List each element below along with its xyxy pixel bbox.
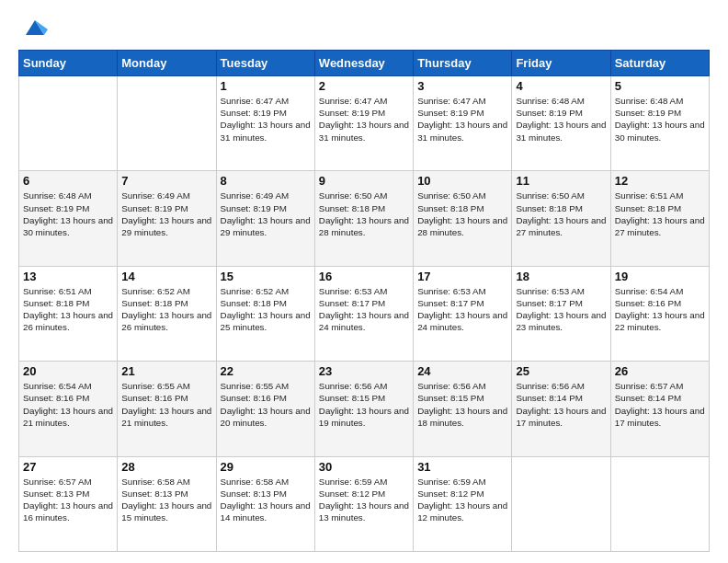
day-number: 11 [516, 174, 606, 188]
day-number: 18 [516, 270, 606, 283]
calendar-cell: 27Sunrise: 6:57 AM Sunset: 8:13 PM Dayli… [19, 456, 118, 551]
day-info: Sunrise: 6:47 AM Sunset: 8:19 PM Dayligh… [221, 95, 311, 144]
day-info: Sunrise: 6:51 AM Sunset: 8:18 PM Dayligh… [23, 285, 113, 334]
day-number: 20 [23, 364, 113, 378]
calendar-cell: 15Sunrise: 6:52 AM Sunset: 8:18 PM Dayli… [216, 266, 314, 361]
day-number: 23 [319, 364, 409, 378]
calendar-cell: 3Sunrise: 6:47 AM Sunset: 8:19 PM Daylig… [414, 76, 512, 171]
day-number: 9 [319, 174, 409, 188]
calendar-cell [19, 76, 118, 171]
calendar-cell: 24Sunrise: 6:56 AM Sunset: 8:15 PM Dayli… [414, 362, 512, 456]
day-number: 1 [221, 79, 311, 93]
day-info: Sunrise: 6:54 AM Sunset: 8:16 PM Dayligh… [615, 285, 705, 334]
calendar-cell: 1Sunrise: 6:47 AM Sunset: 8:19 PM Daylig… [216, 76, 314, 171]
day-info: Sunrise: 6:57 AM Sunset: 8:14 PM Dayligh… [615, 380, 705, 429]
calendar-cell: 29Sunrise: 6:58 AM Sunset: 8:13 PM Dayli… [216, 456, 314, 551]
day-number: 10 [417, 174, 507, 188]
day-info: Sunrise: 6:48 AM Sunset: 8:19 PM Dayligh… [516, 95, 606, 144]
weekday-header-thursday: Thursday [414, 51, 512, 76]
day-info: Sunrise: 6:50 AM Sunset: 8:18 PM Dayligh… [417, 190, 507, 238]
day-info: Sunrise: 6:51 AM Sunset: 8:18 PM Dayligh… [615, 190, 705, 238]
calendar-cell: 5Sunrise: 6:48 AM Sunset: 8:19 PM Daylig… [610, 76, 709, 171]
calendar-cell: 16Sunrise: 6:53 AM Sunset: 8:17 PM Dayli… [314, 266, 413, 361]
calendar-body: 1Sunrise: 6:47 AM Sunset: 8:19 PM Daylig… [19, 76, 710, 552]
calendar-cell: 26Sunrise: 6:57 AM Sunset: 8:14 PM Dayli… [610, 362, 709, 456]
day-info: Sunrise: 6:52 AM Sunset: 8:18 PM Dayligh… [121, 285, 211, 334]
day-info: Sunrise: 6:53 AM Sunset: 8:17 PM Dayligh… [319, 285, 409, 334]
day-number: 16 [319, 270, 409, 283]
calendar-cell: 2Sunrise: 6:47 AM Sunset: 8:19 PM Daylig… [314, 76, 413, 171]
day-number: 30 [319, 460, 409, 474]
calendar-cell: 28Sunrise: 6:58 AM Sunset: 8:13 PM Dayli… [118, 456, 216, 551]
day-info: Sunrise: 6:50 AM Sunset: 8:18 PM Dayligh… [319, 190, 409, 238]
calendar-cell: 17Sunrise: 6:53 AM Sunset: 8:17 PM Dayli… [414, 266, 512, 361]
calendar-cell [512, 456, 610, 551]
calendar-cell: 31Sunrise: 6:59 AM Sunset: 8:12 PM Dayli… [414, 456, 512, 551]
day-info: Sunrise: 6:59 AM Sunset: 8:12 PM Dayligh… [319, 476, 409, 524]
calendar-cell: 14Sunrise: 6:52 AM Sunset: 8:18 PM Dayli… [118, 266, 216, 361]
day-number: 3 [417, 79, 507, 93]
calendar-cell: 8Sunrise: 6:49 AM Sunset: 8:19 PM Daylig… [216, 171, 314, 266]
day-info: Sunrise: 6:49 AM Sunset: 8:19 PM Dayligh… [221, 190, 311, 238]
calendar-table: SundayMondayTuesdayWednesdayThursdayFrid… [18, 50, 710, 552]
calendar-week-2: 6Sunrise: 6:48 AM Sunset: 8:19 PM Daylig… [19, 171, 710, 266]
day-number: 25 [516, 364, 606, 378]
day-number: 22 [221, 364, 311, 378]
calendar-cell [118, 76, 216, 171]
calendar-cell: 23Sunrise: 6:56 AM Sunset: 8:15 PM Dayli… [314, 362, 413, 456]
day-number: 7 [121, 174, 211, 188]
day-number: 21 [121, 364, 211, 378]
day-number: 13 [23, 270, 113, 283]
day-number: 26 [615, 364, 705, 378]
weekday-header-saturday: Saturday [610, 51, 709, 76]
calendar-cell: 4Sunrise: 6:48 AM Sunset: 8:19 PM Daylig… [512, 76, 610, 171]
day-info: Sunrise: 6:53 AM Sunset: 8:17 PM Dayligh… [516, 285, 606, 334]
weekday-header-row: SundayMondayTuesdayWednesdayThursdayFrid… [19, 51, 710, 76]
day-info: Sunrise: 6:50 AM Sunset: 8:18 PM Dayligh… [516, 190, 606, 238]
day-number: 24 [417, 364, 507, 378]
calendar-cell [610, 456, 709, 551]
day-number: 17 [417, 270, 507, 283]
calendar-cell: 30Sunrise: 6:59 AM Sunset: 8:12 PM Dayli… [314, 456, 413, 551]
calendar-cell: 19Sunrise: 6:54 AM Sunset: 8:16 PM Dayli… [610, 266, 709, 361]
calendar-cell: 6Sunrise: 6:48 AM Sunset: 8:19 PM Daylig… [19, 171, 118, 266]
day-info: Sunrise: 6:59 AM Sunset: 8:12 PM Dayligh… [417, 476, 507, 524]
day-number: 5 [615, 79, 705, 93]
day-number: 28 [121, 460, 211, 474]
weekday-header-wednesday: Wednesday [314, 51, 413, 76]
calendar-week-3: 13Sunrise: 6:51 AM Sunset: 8:18 PM Dayli… [19, 266, 710, 361]
calendar-cell: 7Sunrise: 6:49 AM Sunset: 8:19 PM Daylig… [118, 171, 216, 266]
day-info: Sunrise: 6:58 AM Sunset: 8:13 PM Dayligh… [121, 476, 211, 524]
day-number: 2 [319, 79, 409, 93]
day-number: 6 [23, 174, 113, 188]
weekday-header-tuesday: Tuesday [216, 51, 314, 76]
calendar-cell: 25Sunrise: 6:56 AM Sunset: 8:14 PM Dayli… [512, 362, 610, 456]
calendar-cell: 21Sunrise: 6:55 AM Sunset: 8:16 PM Dayli… [118, 362, 216, 456]
logo [18, 15, 48, 40]
calendar-cell: 12Sunrise: 6:51 AM Sunset: 8:18 PM Dayli… [610, 171, 709, 266]
day-info: Sunrise: 6:55 AM Sunset: 8:16 PM Dayligh… [121, 380, 211, 429]
logo-icon [22, 15, 48, 40]
day-info: Sunrise: 6:47 AM Sunset: 8:19 PM Dayligh… [319, 95, 409, 144]
day-info: Sunrise: 6:56 AM Sunset: 8:15 PM Dayligh… [417, 380, 507, 429]
calendar-cell: 10Sunrise: 6:50 AM Sunset: 8:18 PM Dayli… [414, 171, 512, 266]
day-number: 19 [615, 270, 705, 283]
calendar-cell: 9Sunrise: 6:50 AM Sunset: 8:18 PM Daylig… [314, 171, 413, 266]
weekday-header-monday: Monday [118, 51, 216, 76]
calendar-week-4: 20Sunrise: 6:54 AM Sunset: 8:16 PM Dayli… [19, 362, 710, 456]
day-info: Sunrise: 6:47 AM Sunset: 8:19 PM Dayligh… [417, 95, 507, 144]
calendar-week-5: 27Sunrise: 6:57 AM Sunset: 8:13 PM Dayli… [19, 456, 710, 551]
day-number: 31 [417, 460, 507, 474]
day-info: Sunrise: 6:55 AM Sunset: 8:16 PM Dayligh… [221, 380, 311, 429]
calendar-cell: 20Sunrise: 6:54 AM Sunset: 8:16 PM Dayli… [19, 362, 118, 456]
day-info: Sunrise: 6:58 AM Sunset: 8:13 PM Dayligh… [221, 476, 311, 524]
weekday-header-friday: Friday [512, 51, 610, 76]
header [18, 15, 710, 40]
day-number: 27 [23, 460, 113, 474]
day-info: Sunrise: 6:49 AM Sunset: 8:19 PM Dayligh… [121, 190, 211, 238]
day-info: Sunrise: 6:48 AM Sunset: 8:19 PM Dayligh… [615, 95, 705, 144]
day-number: 29 [221, 460, 311, 474]
page: SundayMondayTuesdayWednesdayThursdayFrid… [0, 0, 728, 563]
day-info: Sunrise: 6:54 AM Sunset: 8:16 PM Dayligh… [23, 380, 113, 429]
calendar-week-1: 1Sunrise: 6:47 AM Sunset: 8:19 PM Daylig… [19, 76, 710, 171]
